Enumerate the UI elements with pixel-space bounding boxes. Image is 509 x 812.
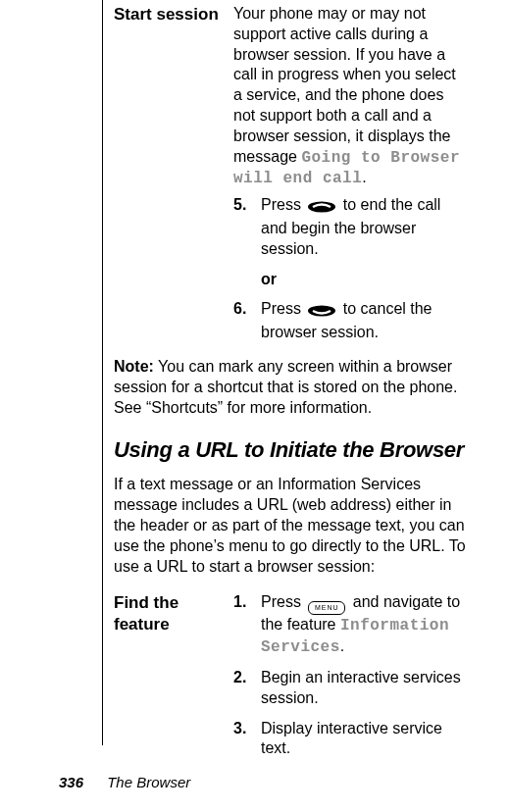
step-5: 5. Press to end the call and begin the b… (233, 195, 468, 259)
end-key-icon (307, 198, 336, 219)
start-session-row: Start session Your phone may or may not … (114, 4, 468, 343)
step-5-num: 5. (233, 195, 261, 259)
step-1-tail: . (340, 637, 344, 654)
step-6-num: 6. (233, 299, 261, 343)
step-6: 6. Press to cancel the browser session. (233, 299, 468, 343)
svg-point-1 (308, 306, 335, 317)
step-2: 2. Begin an interactive services session… (233, 668, 468, 709)
chapter-name: The Browser (107, 774, 190, 790)
cancel-key-icon (307, 302, 336, 323)
step-2-num: 2. (233, 668, 261, 709)
section-heading: Using a URL to Initiate the Browser (114, 437, 468, 463)
page: Start session Your phone may or may not … (0, 0, 509, 812)
note: Note: You can mark any screen within a b… (114, 357, 468, 418)
step-or: or (261, 270, 468, 290)
step-2-text: Begin an interactive services session. (261, 668, 468, 709)
step-5-text: Press to end the call and begin the brow… (261, 195, 468, 259)
intro-text-1: Your phone may or may not support active… (233, 5, 456, 165)
svg-point-0 (308, 202, 335, 213)
step-1: 1. Press MENU and navigate to the featur… (233, 592, 468, 658)
note-label: Note: (114, 358, 154, 375)
step-1-num: 1. (233, 592, 261, 658)
menu-key-icon: MENU (308, 601, 345, 615)
page-number: 336 (59, 774, 83, 790)
start-session-intro: Your phone may or may not support active… (233, 4, 468, 189)
note-text: You can mark any screen within a browser… (114, 358, 457, 416)
step-3: 3. Display interactive service text. (233, 719, 468, 760)
find-feature-row: Find the feature 1. Press MENU and navig… (114, 592, 468, 769)
start-session-body: Your phone may or may not support active… (233, 4, 468, 343)
step-6-text: Press to cancel the browser session. (261, 299, 468, 343)
start-session-label: Start session (114, 4, 233, 343)
step-3-text: Display interactive service text. (261, 719, 468, 760)
intro-text-2: . (362, 169, 366, 185)
step-1-before: Press (261, 593, 305, 610)
step-3-num: 3. (233, 719, 261, 760)
footer: 336 The Browser (59, 774, 190, 790)
step-6-before: Press (261, 300, 305, 317)
find-feature-body: 1. Press MENU and navigate to the featur… (233, 592, 468, 769)
step-1-text: Press MENU and navigate to the feature I… (261, 592, 468, 658)
url-intro: If a text message or an Information Serv… (114, 475, 468, 577)
vertical-rule (102, 0, 103, 745)
step-5-before: Press (261, 196, 305, 213)
find-feature-label: Find the feature (114, 592, 233, 769)
content-area: Start session Your phone may or may not … (114, 0, 468, 769)
